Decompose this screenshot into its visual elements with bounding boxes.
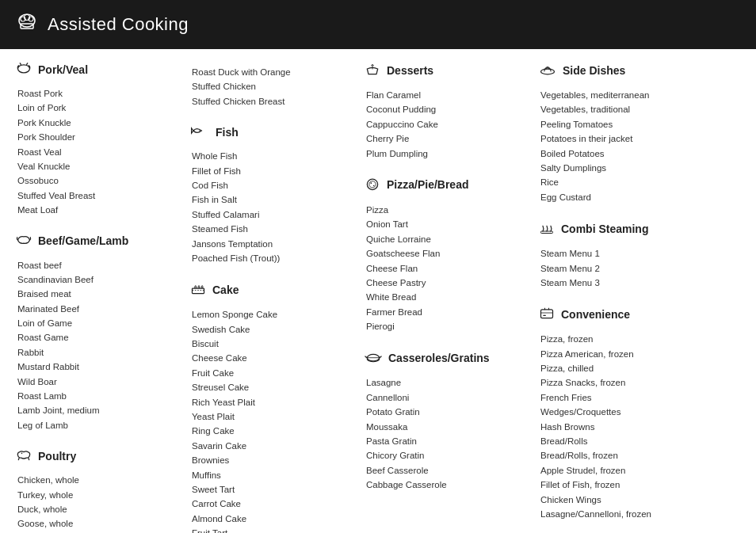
list-item: Streusel Cake xyxy=(192,380,352,394)
svg-point-13 xyxy=(371,182,372,184)
pork-veal-icon xyxy=(16,62,32,77)
casseroles-list: Lasagne Cannelloni Potato Gratin Moussak… xyxy=(365,375,526,492)
list-item: Moussaka xyxy=(366,420,526,434)
svg-point-11 xyxy=(367,179,377,189)
list-item: Fillet of Fish xyxy=(192,164,352,178)
list-item: Muffins xyxy=(192,468,352,482)
section-poultry: Poultry Chicken, whole Turkey, whole Duc… xyxy=(16,448,178,533)
list-item: Lasagne xyxy=(366,375,526,390)
list-item: Fruit Tart xyxy=(192,526,352,533)
section-convenience: Convenience Pizza, frozen Pizza American… xyxy=(539,306,732,521)
section-header-beef: Beef/Game/Lamb xyxy=(16,234,178,252)
list-item: Duck, whole xyxy=(17,502,178,516)
side-dishes-icon xyxy=(539,62,556,78)
list-item: Pork Shoulder xyxy=(17,130,178,144)
list-item: Goose, whole xyxy=(17,516,178,531)
list-item: Steam Menu 1 xyxy=(540,246,732,261)
list-item: Cheese Cake xyxy=(192,351,352,365)
poultry-icon xyxy=(16,448,32,463)
svg-point-5 xyxy=(18,65,30,73)
list-item: Roast beef xyxy=(17,258,178,272)
list-item: Scandinavian Beef xyxy=(17,272,178,287)
list-item: Bread/Rolls, frozen xyxy=(540,448,732,463)
combi-steaming-title: Combi Steaming xyxy=(561,223,648,235)
column-2: Roast Duck with Orange Stuffed Chicken S… xyxy=(190,62,365,533)
pizza-title: Pizza/Pie/Bread xyxy=(387,178,469,191)
list-item: Egg Custard xyxy=(540,190,732,204)
list-item: Cannelloni xyxy=(366,390,526,405)
list-item: Chicory Gratin xyxy=(366,448,526,463)
list-item: Braised meat xyxy=(17,287,178,301)
svg-rect-10 xyxy=(193,288,204,294)
list-item: Pizza, chilled xyxy=(540,361,732,375)
svg-point-16 xyxy=(541,69,555,74)
list-item: Cappuccino Cake xyxy=(366,117,526,131)
list-item: Coconut Pudding xyxy=(366,102,526,116)
list-item: Brownies xyxy=(192,453,352,467)
cake-title: Cake xyxy=(212,284,239,296)
list-item: Poached Fish (Trout)) xyxy=(192,251,352,265)
side-dishes-title: Side Dishes xyxy=(563,64,625,77)
list-item: Roast Lamb xyxy=(17,389,178,403)
column-3: Desserts Flan Caramel Coconut Pudding Ca… xyxy=(365,62,539,533)
dessert-icon xyxy=(365,62,380,78)
list-item: Savarin Cake xyxy=(192,439,352,453)
steam-icon xyxy=(539,220,555,237)
section-fish: Fish Whole Fish Fillet of Fish Cod Fish … xyxy=(190,124,352,265)
list-item: Cherry Pie xyxy=(366,131,526,146)
list-item: Salty Dumplings xyxy=(540,161,732,175)
svg-point-14 xyxy=(373,185,375,187)
section-pizza-pie-bread: Pizza/Pie/Bread Pizza Onion Tart Quiche … xyxy=(365,177,526,334)
pork-extra-list: Roast Duck with Orange Stuffed Chicken S… xyxy=(190,65,352,109)
steam-list: Steam Menu 1 Steam Menu 2 Steam Menu 3 xyxy=(539,246,732,290)
pizza-list: Pizza Onion Tart Quiche Lorraine Goatsch… xyxy=(365,203,526,334)
poultry-title: Poultry xyxy=(38,450,76,463)
section-header-side: Side Dishes xyxy=(539,62,732,82)
list-item: Swedish Cake xyxy=(192,322,352,337)
section-casseroles: Casseroles/Gratins Lasagne Cannelloni Po… xyxy=(365,349,526,492)
list-item: Plum Dumpling xyxy=(366,147,526,161)
list-item: Fish in Salt xyxy=(192,192,352,207)
list-item: Roast Veal xyxy=(17,145,178,159)
list-item: Almond Cake xyxy=(192,512,352,526)
list-item: Stuffed Chicken Breast xyxy=(192,94,352,109)
list-item: Farmer Bread xyxy=(366,305,526,319)
list-item: Peeling Tomatoes xyxy=(540,117,732,131)
section-header-steam: Combi Steaming xyxy=(539,220,732,240)
list-item: Potatoes in their jacket xyxy=(540,131,732,146)
list-item: Lemon Sponge Cake xyxy=(192,307,352,322)
svg-point-12 xyxy=(369,181,376,188)
svg-point-8 xyxy=(21,453,23,455)
fish-title: Fish xyxy=(216,126,239,139)
list-item: Beef Casserole xyxy=(366,463,526,478)
section-header-convenience: Convenience xyxy=(539,306,732,326)
list-item: Fruit Cake xyxy=(192,366,352,380)
list-item: Loin of Game xyxy=(17,316,178,330)
cake-icon xyxy=(190,281,206,298)
list-item: Rice xyxy=(540,175,732,189)
list-item: Wedges/Croquettes xyxy=(540,405,732,419)
list-item: Steam Menu 3 xyxy=(540,276,732,290)
list-item: Sweet Tart xyxy=(192,482,352,497)
casserole-icon xyxy=(365,349,382,366)
list-item: White Bread xyxy=(366,290,526,304)
list-item: Potato Gratin xyxy=(366,405,526,419)
svg-line-6 xyxy=(20,63,21,65)
list-item: Wild Boar xyxy=(17,375,178,389)
list-item: Loin of Pork xyxy=(17,101,178,115)
section-header-casseroles: Casseroles/Gratins xyxy=(365,349,526,369)
section-desserts: Desserts Flan Caramel Coconut Pudding Ca… xyxy=(365,62,526,161)
list-item: Cheese Pastry xyxy=(366,276,526,290)
list-item: Turkey, whole xyxy=(17,488,178,502)
list-item: Cod Fish xyxy=(192,178,352,192)
header-icon xyxy=(16,11,38,38)
convenience-list: Pizza, frozen Pizza American, frozen Piz… xyxy=(539,332,732,521)
list-item: Vegetables, mediterranean xyxy=(540,88,732,102)
list-item: Steam Menu 2 xyxy=(540,261,732,276)
pork-veal-list: Roast Pork Loin of Pork Pork Knuckle Por… xyxy=(16,86,178,218)
list-item: Stuffed Veal Breast xyxy=(17,188,178,203)
list-item: Yeast Plait xyxy=(192,409,352,424)
desserts-title: Desserts xyxy=(387,64,433,77)
list-item: Lasagne/Cannelloni, frozen xyxy=(540,507,732,521)
list-item: Bread/Rolls xyxy=(540,434,732,448)
